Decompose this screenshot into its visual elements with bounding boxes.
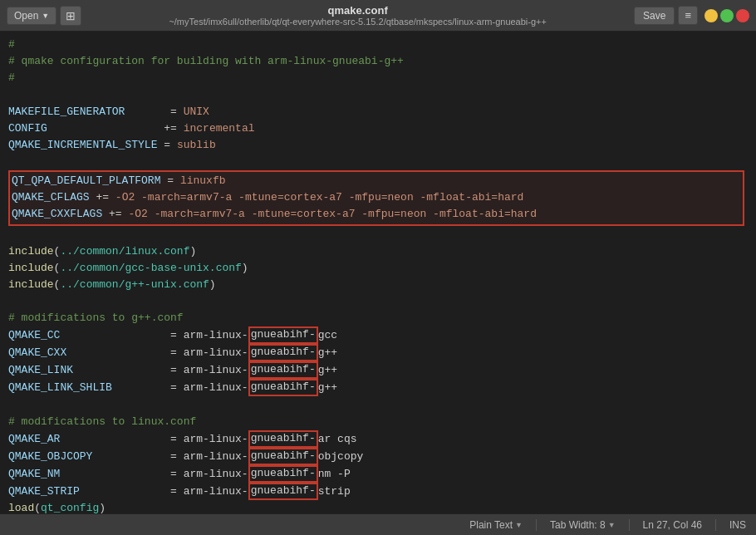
status-divider-2 [629, 519, 630, 531]
mode-label: INS [729, 519, 746, 531]
tab-width-selector[interactable]: Tab Width: 8 ▼ [550, 519, 616, 531]
position-label: Ln 27, Col 46 [643, 519, 702, 531]
open-label: Open [14, 10, 38, 22]
maximize-button[interactable] [720, 9, 734, 22]
insert-mode: INS [729, 519, 746, 531]
statusbar: Plain Text ▼ Tab Width: 8 ▼ Ln 27, Col 4… [0, 513, 756, 535]
tab-width-label: Tab Width: 8 [550, 519, 606, 531]
cursor-position: Ln 27, Col 46 [643, 519, 702, 531]
file-title: qmake.conf [81, 4, 634, 17]
tab-width-arrow-icon: ▼ [608, 521, 616, 529]
file-path: ~/myTest/imx6ull/otherlib/qt/qt-everywhe… [81, 17, 634, 27]
editor-content: # # qmake configuration for building wit… [8, 37, 748, 513]
status-divider-1 [536, 519, 537, 531]
plain-text-selector[interactable]: Plain Text ▼ [469, 519, 523, 531]
window-controls [704, 9, 749, 22]
titlebar: Open ▼ ⊞ qmake.conf ~/myTest/imx6ull/oth… [0, 0, 756, 32]
titlebar-right: Save ≡ [634, 6, 749, 25]
status-divider-3 [715, 519, 716, 531]
plain-text-arrow-icon: ▼ [515, 521, 523, 529]
open-button[interactable]: Open ▼ [7, 7, 56, 25]
titlebar-center: qmake.conf ~/myTest/imx6ull/otherlib/qt/… [81, 4, 634, 27]
close-button[interactable] [736, 9, 749, 22]
plain-text-label: Plain Text [469, 519, 513, 531]
save-button[interactable]: Save [634, 7, 675, 25]
minimize-button[interactable] [704, 9, 718, 22]
titlebar-left: Open ▼ ⊞ [7, 6, 81, 26]
menu-button[interactable]: ≡ [678, 6, 698, 25]
document-icon-button[interactable]: ⊞ [60, 6, 81, 26]
open-arrow-icon: ▼ [42, 12, 49, 20]
editor-area[interactable]: # # qmake configuration for building wit… [0, 32, 756, 513]
